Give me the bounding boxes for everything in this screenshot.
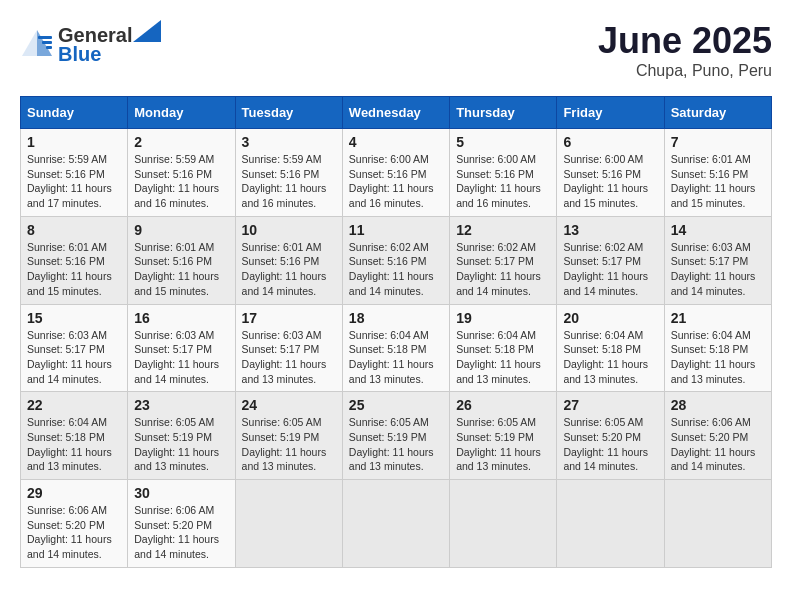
day-info: Sunrise: 6:05 AMSunset: 5:20 PMDaylight:… <box>563 415 657 474</box>
day-number: 16 <box>134 310 228 326</box>
day-number: 19 <box>456 310 550 326</box>
calendar-day-cell: 29 Sunrise: 6:06 AMSunset: 5:20 PMDaylig… <box>21 480 128 568</box>
day-number: 15 <box>27 310 121 326</box>
calendar-day-cell <box>342 480 449 568</box>
svg-rect-5 <box>46 46 52 49</box>
calendar-day-cell: 26 Sunrise: 6:05 AMSunset: 5:19 PMDaylig… <box>450 392 557 480</box>
calendar-day-cell: 6 Sunrise: 6:00 AMSunset: 5:16 PMDayligh… <box>557 129 664 217</box>
day-info: Sunrise: 6:05 AMSunset: 5:19 PMDaylight:… <box>134 415 228 474</box>
day-info: Sunrise: 5:59 AMSunset: 5:16 PMDaylight:… <box>242 152 336 211</box>
day-info: Sunrise: 5:59 AMSunset: 5:16 PMDaylight:… <box>134 152 228 211</box>
day-number: 11 <box>349 222 443 238</box>
calendar-day-cell: 8 Sunrise: 6:01 AMSunset: 5:16 PMDayligh… <box>21 216 128 304</box>
calendar-day-cell: 25 Sunrise: 6:05 AMSunset: 5:19 PMDaylig… <box>342 392 449 480</box>
calendar-day-cell: 15 Sunrise: 6:03 AMSunset: 5:17 PMDaylig… <box>21 304 128 392</box>
calendar-day-cell <box>557 480 664 568</box>
day-number: 24 <box>242 397 336 413</box>
calendar-day-cell <box>450 480 557 568</box>
weekday-header: Friday <box>557 97 664 129</box>
logo-triangle <box>133 20 161 42</box>
calendar-day-cell: 17 Sunrise: 6:03 AMSunset: 5:17 PMDaylig… <box>235 304 342 392</box>
calendar-day-cell: 5 Sunrise: 6:00 AMSunset: 5:16 PMDayligh… <box>450 129 557 217</box>
calendar-day-cell: 4 Sunrise: 6:00 AMSunset: 5:16 PMDayligh… <box>342 129 449 217</box>
day-info: Sunrise: 6:00 AMSunset: 5:16 PMDaylight:… <box>456 152 550 211</box>
day-info: Sunrise: 6:01 AMSunset: 5:16 PMDaylight:… <box>242 240 336 299</box>
day-number: 17 <box>242 310 336 326</box>
calendar-week-row: 8 Sunrise: 6:01 AMSunset: 5:16 PMDayligh… <box>21 216 772 304</box>
logo: General Blue <box>20 20 162 66</box>
calendar-day-cell: 1 Sunrise: 5:59 AMSunset: 5:16 PMDayligh… <box>21 129 128 217</box>
day-number: 8 <box>27 222 121 238</box>
day-number: 26 <box>456 397 550 413</box>
calendar-day-cell: 19 Sunrise: 6:04 AMSunset: 5:18 PMDaylig… <box>450 304 557 392</box>
svg-marker-6 <box>133 20 161 42</box>
calendar-day-cell: 7 Sunrise: 6:01 AMSunset: 5:16 PMDayligh… <box>664 129 771 217</box>
day-number: 6 <box>563 134 657 150</box>
day-number: 1 <box>27 134 121 150</box>
calendar-day-cell: 11 Sunrise: 6:02 AMSunset: 5:16 PMDaylig… <box>342 216 449 304</box>
day-info: Sunrise: 6:02 AMSunset: 5:17 PMDaylight:… <box>456 240 550 299</box>
day-number: 28 <box>671 397 765 413</box>
day-info: Sunrise: 6:04 AMSunset: 5:18 PMDaylight:… <box>671 328 765 387</box>
weekday-header: Saturday <box>664 97 771 129</box>
calendar-day-cell: 24 Sunrise: 6:05 AMSunset: 5:19 PMDaylig… <box>235 392 342 480</box>
day-info: Sunrise: 6:05 AMSunset: 5:19 PMDaylight:… <box>456 415 550 474</box>
day-info: Sunrise: 6:00 AMSunset: 5:16 PMDaylight:… <box>349 152 443 211</box>
logo-text: General Blue <box>58 20 162 66</box>
calendar-title: June 2025 <box>598 20 772 62</box>
calendar-day-cell: 3 Sunrise: 5:59 AMSunset: 5:16 PMDayligh… <box>235 129 342 217</box>
calendar-day-cell: 10 Sunrise: 6:01 AMSunset: 5:16 PMDaylig… <box>235 216 342 304</box>
day-number: 10 <box>242 222 336 238</box>
calendar-day-cell: 22 Sunrise: 6:04 AMSunset: 5:18 PMDaylig… <box>21 392 128 480</box>
day-info: Sunrise: 6:06 AMSunset: 5:20 PMDaylight:… <box>671 415 765 474</box>
calendar-day-cell: 14 Sunrise: 6:03 AMSunset: 5:17 PMDaylig… <box>664 216 771 304</box>
calendar-day-cell <box>235 480 342 568</box>
day-number: 5 <box>456 134 550 150</box>
weekday-header: Sunday <box>21 97 128 129</box>
calendar-week-row: 1 Sunrise: 5:59 AMSunset: 5:16 PMDayligh… <box>21 129 772 217</box>
svg-rect-4 <box>42 41 52 44</box>
weekday-header: Thursday <box>450 97 557 129</box>
calendar-day-cell: 27 Sunrise: 6:05 AMSunset: 5:20 PMDaylig… <box>557 392 664 480</box>
calendar-day-cell: 20 Sunrise: 6:04 AMSunset: 5:18 PMDaylig… <box>557 304 664 392</box>
calendar-day-cell: 30 Sunrise: 6:06 AMSunset: 5:20 PMDaylig… <box>128 480 235 568</box>
calendar-day-cell: 13 Sunrise: 6:02 AMSunset: 5:17 PMDaylig… <box>557 216 664 304</box>
day-number: 9 <box>134 222 228 238</box>
day-number: 25 <box>349 397 443 413</box>
day-info: Sunrise: 6:03 AMSunset: 5:17 PMDaylight:… <box>27 328 121 387</box>
day-info: Sunrise: 5:59 AMSunset: 5:16 PMDaylight:… <box>27 152 121 211</box>
day-info: Sunrise: 6:02 AMSunset: 5:16 PMDaylight:… <box>349 240 443 299</box>
day-info: Sunrise: 6:03 AMSunset: 5:17 PMDaylight:… <box>671 240 765 299</box>
weekday-header: Tuesday <box>235 97 342 129</box>
weekday-header: Wednesday <box>342 97 449 129</box>
calendar-table: SundayMondayTuesdayWednesdayThursdayFrid… <box>20 96 772 568</box>
svg-rect-3 <box>38 36 52 39</box>
day-info: Sunrise: 6:05 AMSunset: 5:19 PMDaylight:… <box>349 415 443 474</box>
day-info: Sunrise: 6:01 AMSunset: 5:16 PMDaylight:… <box>671 152 765 211</box>
calendar-week-row: 22 Sunrise: 6:04 AMSunset: 5:18 PMDaylig… <box>21 392 772 480</box>
day-info: Sunrise: 6:01 AMSunset: 5:16 PMDaylight:… <box>134 240 228 299</box>
day-info: Sunrise: 6:04 AMSunset: 5:18 PMDaylight:… <box>563 328 657 387</box>
day-info: Sunrise: 6:02 AMSunset: 5:17 PMDaylight:… <box>563 240 657 299</box>
calendar-day-cell: 28 Sunrise: 6:06 AMSunset: 5:20 PMDaylig… <box>664 392 771 480</box>
day-number: 13 <box>563 222 657 238</box>
day-number: 23 <box>134 397 228 413</box>
day-number: 27 <box>563 397 657 413</box>
calendar-day-cell: 21 Sunrise: 6:04 AMSunset: 5:18 PMDaylig… <box>664 304 771 392</box>
day-number: 7 <box>671 134 765 150</box>
day-number: 20 <box>563 310 657 326</box>
calendar-week-row: 29 Sunrise: 6:06 AMSunset: 5:20 PMDaylig… <box>21 480 772 568</box>
day-number: 18 <box>349 310 443 326</box>
calendar-subtitle: Chupa, Puno, Peru <box>598 62 772 80</box>
calendar-day-cell: 12 Sunrise: 6:02 AMSunset: 5:17 PMDaylig… <box>450 216 557 304</box>
day-info: Sunrise: 6:04 AMSunset: 5:18 PMDaylight:… <box>349 328 443 387</box>
calendar-day-cell: 18 Sunrise: 6:04 AMSunset: 5:18 PMDaylig… <box>342 304 449 392</box>
day-info: Sunrise: 6:03 AMSunset: 5:17 PMDaylight:… <box>134 328 228 387</box>
day-info: Sunrise: 6:01 AMSunset: 5:16 PMDaylight:… <box>27 240 121 299</box>
title-block: June 2025 Chupa, Puno, Peru <box>598 20 772 80</box>
day-number: 12 <box>456 222 550 238</box>
day-number: 29 <box>27 485 121 501</box>
day-number: 3 <box>242 134 336 150</box>
day-info: Sunrise: 6:04 AMSunset: 5:18 PMDaylight:… <box>456 328 550 387</box>
day-info: Sunrise: 6:05 AMSunset: 5:19 PMDaylight:… <box>242 415 336 474</box>
